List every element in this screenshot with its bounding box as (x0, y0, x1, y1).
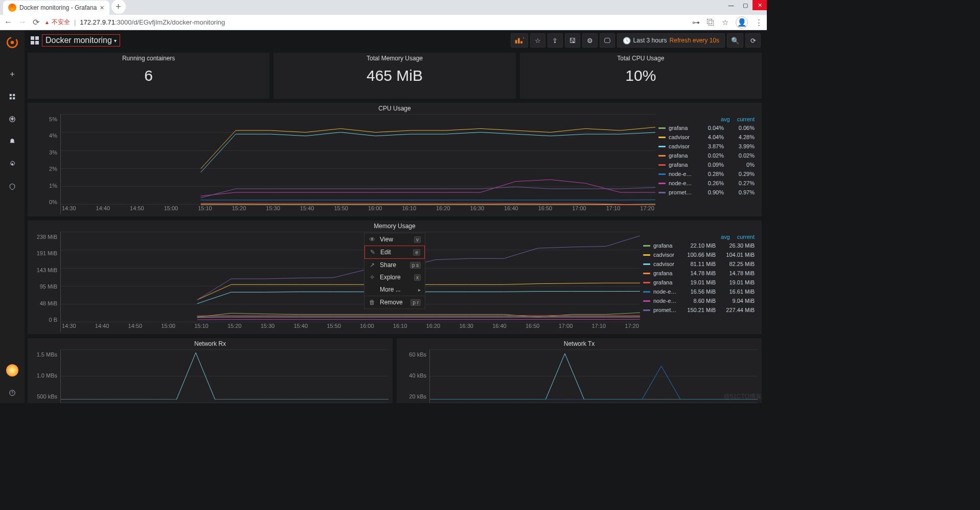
network-row: Network Rx 1.5 MBs1.0 MBs500 kBs Network… (28, 338, 762, 403)
menu-more[interactable]: More ...▸ (364, 283, 425, 296)
dashboard-body[interactable]: Running containers 6 Total Memory Usage … (25, 51, 767, 403)
browser-actions: ⊶ ⿻ ☆ 👤 ⋮ (692, 16, 763, 29)
config-icon[interactable] (2, 154, 22, 174)
new-tab-button[interactable]: + (111, 0, 126, 14)
url-text: 172.27.9.71:3000/d/EGvfjImZk/docker-moni… (80, 18, 225, 26)
panel-memory-usage: Memory Usage 238 MiB191 MiB143 MiB95 MiB… (28, 220, 762, 334)
menu-icon[interactable]: ⋮ (755, 18, 763, 27)
cycle-view-button[interactable]: 🖵 (600, 33, 615, 48)
menu-explore[interactable]: ✧Explorex (364, 271, 425, 283)
panel-running-containers[interactable]: Running containers 6 (28, 53, 269, 99)
help-icon[interactable]: ? (2, 383, 22, 403)
close-window-button[interactable]: ✕ (753, 0, 767, 10)
panel-title[interactable]: CPU Usage (28, 103, 762, 114)
panel-title[interactable]: Memory Usage (28, 220, 762, 232)
svg-rect-5 (13, 97, 15, 99)
create-icon[interactable] (2, 64, 22, 84)
chart-legend: avgcurrentgrafana0.04%0.06%cadvisor4.04%… (655, 114, 758, 214)
share-icon: ↗ (369, 261, 376, 269)
browser-tab[interactable]: Docker monitoring - Grafana × (3, 1, 109, 15)
panel-network-tx: Network Tx 60 kBs40 kBs20 kBs (397, 338, 762, 403)
panel-title[interactable]: Network Tx (397, 338, 762, 349)
edit-icon: ✎ (369, 249, 376, 256)
legend-item[interactable]: node-exporter0.28%0.29% (658, 169, 755, 179)
y-axis: 1.5 MBs1.0 MBs500 kBs (32, 349, 60, 403)
stat-row: Running containers 6 Total Memory Usage … (28, 53, 762, 99)
dashboard-nav[interactable]: Docker monitoring ▾ (31, 34, 120, 47)
legend-item[interactable]: cadvisor3.87%3.99% (658, 142, 755, 151)
add-panel-button[interactable]: + (511, 33, 528, 48)
grafana-logo[interactable] (4, 34, 20, 51)
dashboard-title-dropdown[interactable]: Docker monitoring ▾ (42, 34, 120, 47)
legend-item[interactable]: grafana14.78 MiB14.78 MiB (643, 269, 755, 278)
back-icon[interactable]: ← (4, 17, 12, 27)
chart-legend: avgcurrentgrafana22.10 MiB26.30 MiBcadvi… (640, 232, 758, 332)
dashboard-grid-icon (31, 36, 39, 45)
nav-buttons: ← → ⟳ (4, 17, 39, 27)
y-axis: 5%4%3%2%1%0% (32, 114, 60, 214)
compass-icon: ✧ (369, 274, 376, 281)
legend-item[interactable]: node-exporter8.60 MiB9.04 MiB (643, 296, 755, 305)
panel-cpu-usage: CPU Usage 5%4%3%2%1%0% 14:3014:4014:5015… (28, 103, 762, 216)
close-tab-icon[interactable]: × (100, 4, 104, 12)
share-dashboard-button[interactable]: ⇪ (548, 33, 563, 48)
legend-item[interactable]: grafana0.04%0.06% (658, 123, 755, 132)
star-icon[interactable]: ☆ (722, 18, 728, 27)
eye-icon: 👁 (369, 236, 376, 243)
side-nav: ? (0, 30, 25, 403)
explore-icon[interactable] (2, 109, 22, 129)
legend-item[interactable]: grafana0.02%0.02% (658, 151, 755, 160)
url-field[interactable]: 不安全 | 172.27.9.71:3000/d/EGvfjImZk/docke… (44, 18, 687, 27)
reload-icon[interactable]: ⟳ (33, 17, 39, 27)
panel-context-menu: 👁Viewv ✎Edite ↗Sharep s ✧Explorex More .… (364, 233, 425, 309)
alerting-icon[interactable] (2, 131, 22, 152)
dashboards-icon[interactable] (2, 86, 22, 107)
legend-item[interactable]: prometheus150.21 MiB227.44 MiB (643, 305, 755, 315)
svg-point-1 (11, 41, 14, 45)
key-icon[interactable]: ⊶ (692, 18, 700, 27)
grafana-app: ? Docker monitoring ▾ + ☆ ⇪ 🖫 ⚙ 🖵 (0, 30, 767, 403)
legend-item[interactable]: cadvisor4.04%4.28% (658, 132, 755, 142)
legend-item[interactable]: grafana22.10 MiB26.30 MiB (643, 241, 755, 250)
panel-title[interactable]: Network Rx (28, 338, 393, 349)
chart-plot[interactable] (429, 349, 758, 403)
svg-rect-4 (10, 97, 12, 99)
svg-rect-10 (515, 40, 517, 43)
maximize-button[interactable]: ▢ (738, 0, 753, 10)
settings-button[interactable]: ⚙ (582, 33, 598, 48)
panel-network-rx: Network Rx 1.5 MBs1.0 MBs500 kBs (28, 338, 393, 403)
star-dashboard-button[interactable]: ☆ (530, 33, 545, 48)
menu-view[interactable]: 👁Viewv (364, 233, 425, 246)
chart-plot[interactable]: 14:3014:4014:5015:0015:1015:2015:3015:40… (60, 114, 655, 214)
menu-share[interactable]: ↗Sharep s (364, 259, 425, 271)
chevron-right-icon: ▸ (418, 287, 421, 293)
legend-item[interactable]: node-exporter16.56 MiB16.61 MiB (643, 287, 755, 296)
legend-item[interactable]: grafana19.01 MiB19.01 MiB (643, 278, 755, 287)
refresh-button[interactable]: ⟳ (745, 33, 761, 48)
chart-plot[interactable] (60, 349, 389, 403)
zoom-out-button[interactable]: 🔍 (727, 33, 743, 48)
save-dashboard-button[interactable]: 🖫 (565, 33, 580, 48)
legend-item[interactable]: node-exporter0.26%0.27% (658, 179, 755, 188)
panel-total-memory[interactable]: Total Memory Usage 465 MiB (274, 53, 515, 99)
user-avatar[interactable] (2, 360, 22, 381)
panel-total-cpu[interactable]: Total CPU Usage 10% (520, 53, 762, 99)
legend-item[interactable]: prometheus0.90%0.97% (658, 188, 755, 197)
server-admin-icon[interactable] (2, 176, 22, 197)
profile-icon[interactable]: 👤 (736, 16, 748, 29)
svg-rect-3 (13, 94, 15, 96)
svg-rect-2 (10, 94, 12, 96)
chart-plot[interactable]: 14:3014:4014:5015:0015:1015:2015:3015:40… (60, 232, 640, 332)
time-range-button[interactable]: 🕓 Last 3 hours Refresh every 10s (617, 33, 725, 48)
legend-item[interactable]: cadvisor81.11 MiB82.25 MiB (643, 259, 755, 269)
legend-item[interactable]: cadvisor100.66 MiB104.01 MiB (643, 250, 755, 259)
forward-icon[interactable]: → (18, 17, 27, 27)
menu-edit[interactable]: ✎Edite (364, 246, 425, 259)
legend-item[interactable]: grafana0.09%0% (658, 160, 755, 169)
clock-icon: 🕓 (623, 37, 631, 45)
svg-rect-11 (518, 38, 520, 44)
translate-icon[interactable]: ⿻ (707, 18, 715, 27)
menu-remove[interactable]: 🗑Removep r (364, 296, 425, 308)
y-axis: 60 kBs40 kBs20 kBs (401, 349, 429, 403)
minimize-button[interactable]: — (724, 0, 738, 10)
